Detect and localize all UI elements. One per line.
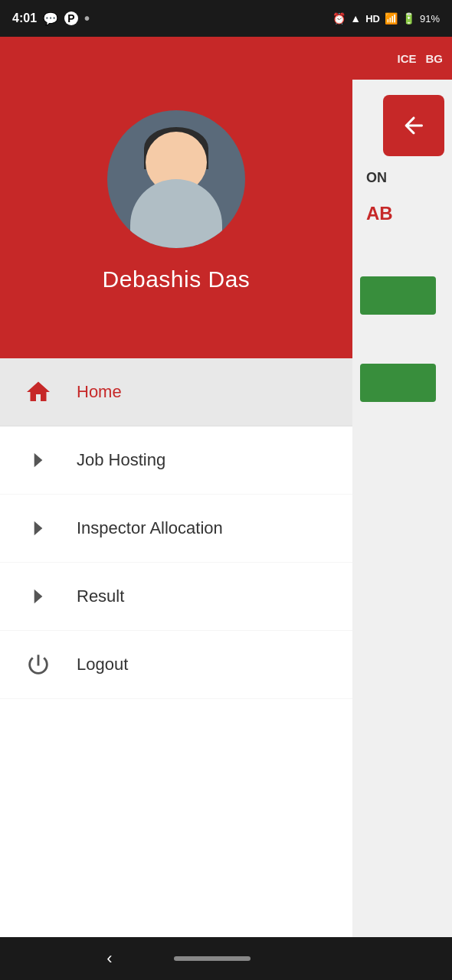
avatar xyxy=(107,110,245,248)
sidebar-item-inspector-allocation[interactable]: Inspector Allocation xyxy=(0,495,352,563)
arrow-icon-inspector xyxy=(21,511,55,545)
back-button[interactable]: ‹ xyxy=(106,949,112,969)
network-label: HD xyxy=(365,13,380,24)
sidebar-item-inspector-allocation-label: Inspector Allocation xyxy=(77,518,223,538)
home-pill[interactable] xyxy=(174,956,251,961)
sidebar-item-job-hosting-label: Job Hosting xyxy=(77,450,165,470)
sidebar-item-result[interactable]: Result xyxy=(0,563,352,631)
bg-red-box xyxy=(383,95,444,156)
bg-spacer1 xyxy=(360,237,444,267)
dot-indicator: • xyxy=(84,10,90,28)
signal-icon: 📶 xyxy=(385,12,398,24)
bg-content: ON AB xyxy=(352,80,452,417)
bg-spacer2 xyxy=(360,324,444,354)
bg-green-btn-2[interactable] xyxy=(360,364,436,402)
sidebar-item-home-label: Home xyxy=(77,382,122,402)
home-icon xyxy=(21,375,55,409)
status-bar-left: 4:01 💬 P • xyxy=(12,10,90,28)
bg-label-on: ON xyxy=(360,165,444,191)
alarm-icon: ⏰ xyxy=(332,12,346,24)
power-icon xyxy=(21,648,55,681)
time: 4:01 xyxy=(12,11,37,25)
arrow-icon-job xyxy=(21,443,55,477)
main-layout: Debashis Das Home Job Hos xyxy=(0,37,452,937)
sidebar-item-job-hosting[interactable]: Job Hosting xyxy=(0,426,352,495)
whatsapp-icon: 💬 xyxy=(43,11,58,26)
sidebar-item-result-label: Result xyxy=(77,586,124,606)
battery-icon: 🔋 xyxy=(402,12,415,24)
bg-tab-bg: BG xyxy=(426,52,444,65)
arrow-icon-result xyxy=(21,580,55,613)
wifi-icon: ▲ xyxy=(350,12,361,24)
bg-page-header: ICE BG xyxy=(352,37,452,80)
avatar-torso xyxy=(130,179,222,248)
bottom-bar: ‹ xyxy=(0,937,452,980)
menu-list: Home Job Hosting Inspector Allocat xyxy=(0,358,352,937)
status-bar: 4:01 💬 P • ⏰ ▲ HD 📶 🔋 91% xyxy=(0,0,452,37)
avatar-body xyxy=(107,110,245,248)
bg-tab-ice: ICE xyxy=(397,52,416,65)
bg-label-ab: AB xyxy=(360,200,444,227)
user-name: Debashis Das xyxy=(103,266,251,292)
bg-green-btn-1[interactable] xyxy=(360,276,436,315)
drawer: Debashis Das Home Job Hos xyxy=(0,37,352,937)
sidebar-item-logout[interactable]: Logout xyxy=(0,631,352,699)
p-icon: P xyxy=(64,11,78,25)
drawer-header: Debashis Das xyxy=(0,37,352,358)
status-bar-right: ⏰ ▲ HD 📶 🔋 91% xyxy=(332,12,440,24)
right-panel: ICE BG ON AB xyxy=(352,37,452,937)
sidebar-item-home[interactable]: Home xyxy=(0,358,352,426)
sidebar-item-logout-label: Logout xyxy=(77,655,128,675)
bg-page: ICE BG ON AB xyxy=(352,37,452,937)
battery-level: 91% xyxy=(420,13,440,24)
